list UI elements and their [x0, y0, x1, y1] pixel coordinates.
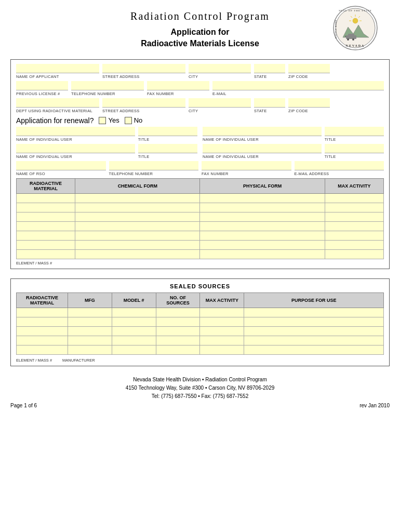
- yes-checkbox-group[interactable]: Yes: [99, 116, 119, 124]
- ss-cell-4-3[interactable]: [112, 336, 156, 345]
- rm-cell-1-2[interactable]: [75, 193, 200, 203]
- rm-cell-7-1[interactable]: [17, 249, 75, 259]
- rm-cell-6-2[interactable]: [75, 240, 200, 249]
- user-row-2-right: NAME OF INDIVIDUAL USER TITLE: [203, 144, 384, 159]
- footer-line2: 4150 Technology Way, Suite #300 • Carson…: [10, 384, 390, 392]
- rm-cell-4-3[interactable]: [200, 221, 325, 231]
- ss-cell-1-3[interactable]: [112, 308, 156, 317]
- street-address-input[interactable]: [102, 64, 185, 73]
- ss-cell-2-2[interactable]: [68, 317, 112, 326]
- rm-cell-6-3[interactable]: [200, 240, 325, 249]
- rm-cell-3-2[interactable]: [75, 212, 200, 221]
- rm-cell-3-1[interactable]: [17, 212, 75, 221]
- fax-input[interactable]: [147, 81, 209, 90]
- rso-fax-label: FAX NUMBER: [202, 171, 291, 176]
- user1-name-input[interactable]: [16, 127, 135, 136]
- rm-cell-3-4[interactable]: [325, 212, 383, 221]
- ss-cell-4-5[interactable]: [200, 336, 244, 345]
- ss-cell-3-4[interactable]: [156, 326, 200, 336]
- city2-input[interactable]: [189, 98, 251, 108]
- ss-cell-2-5[interactable]: [200, 317, 244, 326]
- ss-cell-4-6[interactable]: [244, 336, 384, 345]
- user-row-2-left: NAME OF INDIVIDUAL USER TITLE: [16, 144, 197, 159]
- ss-cell-5-3[interactable]: [112, 345, 156, 354]
- user2-name-input[interactable]: [203, 127, 322, 136]
- no-checkbox-group[interactable]: No: [125, 116, 143, 124]
- rm-cell-4-1[interactable]: [17, 221, 75, 231]
- no-checkbox[interactable]: [125, 117, 132, 124]
- ss-cell-2-6[interactable]: [244, 317, 384, 326]
- ss-cell-3-2[interactable]: [68, 326, 112, 336]
- rm-cell-7-2[interactable]: [75, 249, 200, 259]
- ss-cell-1-2[interactable]: [68, 308, 112, 317]
- ss-cell-4-1[interactable]: [17, 336, 68, 345]
- ss-cell-2-3[interactable]: [112, 317, 156, 326]
- ss-cell-3-3[interactable]: [112, 326, 156, 336]
- user3-name-input[interactable]: [16, 144, 135, 153]
- zip-code-input[interactable]: [288, 64, 330, 73]
- rm-cell-2-2[interactable]: [75, 203, 200, 212]
- ss-cell-5-2[interactable]: [68, 345, 112, 354]
- rso-name-input[interactable]: [16, 161, 106, 170]
- rm-cell-5-3[interactable]: [200, 231, 325, 240]
- ss-cell-3-6[interactable]: [244, 326, 384, 336]
- ss-cell-5-6[interactable]: [244, 345, 384, 354]
- rm-cell-2-3[interactable]: [200, 203, 325, 212]
- ss-cell-3-5[interactable]: [200, 326, 244, 336]
- user4-title-input[interactable]: [325, 144, 384, 153]
- street-address-group: STREET ADDRESS: [102, 64, 185, 79]
- ss-cell-5-4[interactable]: [156, 345, 200, 354]
- rm-cell-2-1[interactable]: [17, 203, 75, 212]
- subtitle-line1: Application for: [171, 28, 230, 36]
- ss-cell-5-5[interactable]: [200, 345, 244, 354]
- previous-license-input[interactable]: [16, 81, 68, 90]
- ss-cell-3-1[interactable]: [17, 326, 68, 336]
- zip-code-label: ZIP CODE: [288, 74, 330, 79]
- rm-cell-3-3[interactable]: [200, 212, 325, 221]
- telephone-input[interactable]: [71, 81, 144, 90]
- rm-cell-4-2[interactable]: [75, 221, 200, 231]
- ss-cell-2-1[interactable]: [17, 317, 68, 326]
- user2-title-label: TITLE: [325, 137, 384, 142]
- street-address2-input[interactable]: [102, 98, 185, 108]
- fax-group: FAX NUMBER: [147, 81, 209, 96]
- ss-header-max-activity: MAX ACTIVITY: [200, 292, 244, 308]
- ss-cell-4-2[interactable]: [68, 336, 112, 345]
- ss-cell-4-4[interactable]: [156, 336, 200, 345]
- state-label: STATE: [254, 74, 285, 79]
- user4-name-input[interactable]: [203, 144, 322, 153]
- zip-code2-input[interactable]: [288, 98, 330, 108]
- rm-cell-4-4[interactable]: [325, 221, 383, 231]
- rm-cell-1-3[interactable]: [200, 193, 325, 203]
- dept-using-input[interactable]: [16, 98, 99, 108]
- ss-cell-5-1[interactable]: [17, 345, 68, 354]
- user3-title-input[interactable]: [138, 144, 197, 153]
- city-input[interactable]: [189, 64, 251, 73]
- state-input[interactable]: [254, 64, 285, 73]
- renewal-row: Application for renewal? Yes No: [16, 116, 384, 125]
- ss-cell-1-5[interactable]: [200, 308, 244, 317]
- rm-cell-1-1[interactable]: [17, 193, 75, 203]
- user1-title-input[interactable]: [138, 127, 197, 136]
- rso-email-input[interactable]: [295, 161, 384, 170]
- user2-title-input[interactable]: [325, 127, 384, 136]
- rm-cell-2-4[interactable]: [325, 203, 383, 212]
- ss-cell-1-1[interactable]: [17, 308, 68, 317]
- email-input[interactable]: [212, 81, 384, 90]
- rm-cell-5-1[interactable]: [17, 231, 75, 240]
- rso-fax-input[interactable]: [202, 161, 291, 170]
- rm-cell-7-4[interactable]: [325, 249, 383, 259]
- rm-cell-5-2[interactable]: [75, 231, 200, 240]
- rm-cell-7-3[interactable]: [200, 249, 325, 259]
- rm-cell-5-4[interactable]: [325, 231, 383, 240]
- rm-cell-6-4[interactable]: [325, 240, 383, 249]
- rm-cell-1-4[interactable]: [325, 193, 383, 203]
- state2-input[interactable]: [254, 98, 285, 108]
- rso-telephone-input[interactable]: [109, 161, 199, 170]
- ss-cell-2-4[interactable]: [156, 317, 200, 326]
- name-of-applicant-input[interactable]: [16, 64, 99, 73]
- ss-cell-1-4[interactable]: [156, 308, 200, 317]
- ss-cell-1-6[interactable]: [244, 308, 384, 317]
- yes-checkbox[interactable]: [99, 117, 106, 124]
- rm-cell-6-1[interactable]: [17, 240, 75, 249]
